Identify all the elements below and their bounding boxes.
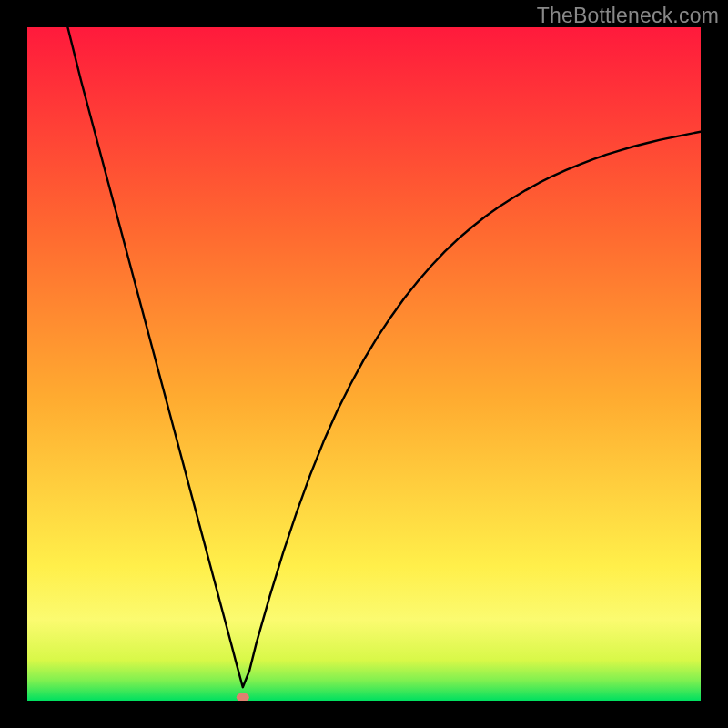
gradient-background <box>27 27 701 701</box>
watermark-text: TheBottleneck.com <box>537 4 719 28</box>
bottleneck-chart <box>27 27 701 701</box>
chart-frame: TheBottleneck.com <box>0 0 728 728</box>
